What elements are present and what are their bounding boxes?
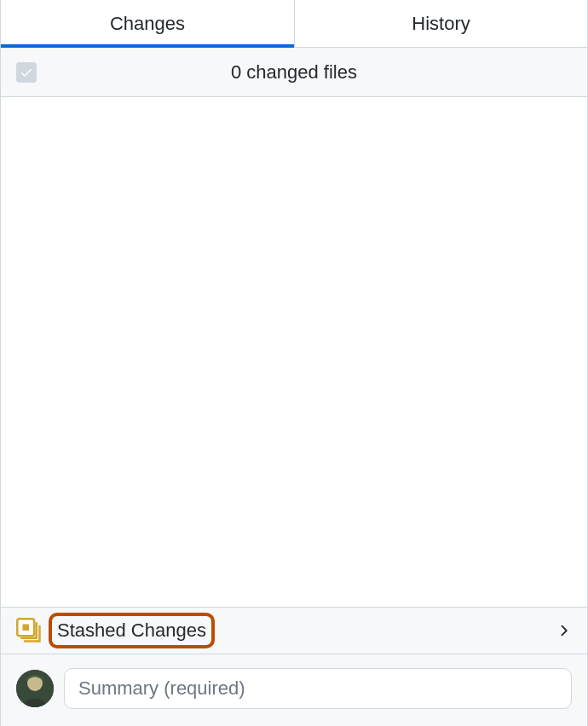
changes-header: 0 changed files	[1, 48, 587, 97]
tab-bar: Changes History	[1, 0, 587, 48]
commit-footer	[1, 654, 587, 726]
changes-panel: Changes History 0 changed files Stashed …	[0, 0, 588, 726]
tab-changes[interactable]: Changes	[1, 0, 294, 47]
chevron-right-icon	[555, 622, 572, 639]
checkmark-icon	[20, 66, 33, 79]
stashed-changes-row[interactable]: Stashed Changes	[1, 607, 587, 654]
select-all-checkbox[interactable]	[16, 62, 37, 83]
tab-changes-label: Changes	[110, 13, 185, 35]
stash-icon	[16, 618, 42, 643]
file-list	[1, 97, 587, 607]
stashed-changes-label: Stashed Changes	[49, 613, 215, 648]
avatar[interactable]	[16, 670, 54, 707]
avatar-image	[16, 670, 54, 707]
tab-history[interactable]: History	[294, 0, 587, 47]
svg-rect-1	[23, 625, 30, 631]
changed-files-count: 0 changed files	[1, 61, 587, 84]
tab-history-label: History	[412, 13, 470, 35]
commit-summary-input[interactable]	[64, 668, 572, 709]
